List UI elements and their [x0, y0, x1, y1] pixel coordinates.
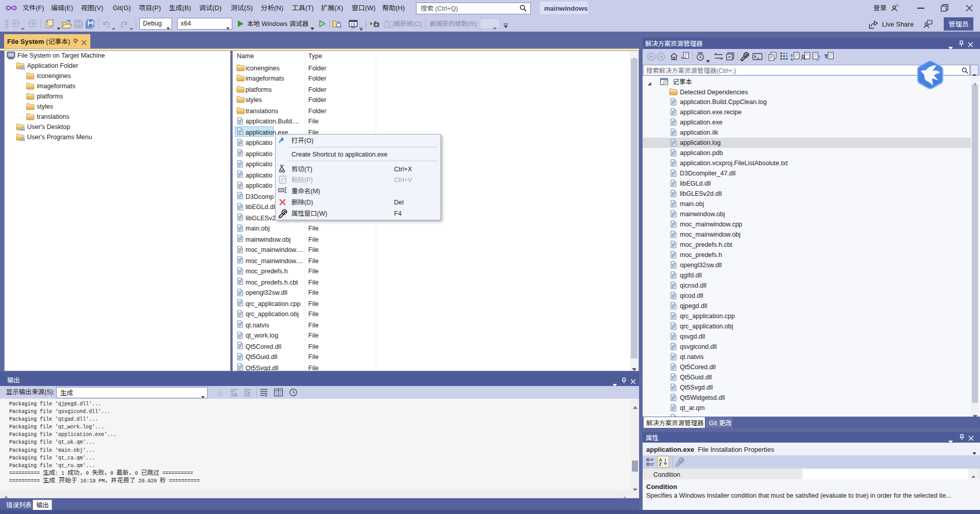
- svg-text:Z: Z: [659, 461, 662, 466]
